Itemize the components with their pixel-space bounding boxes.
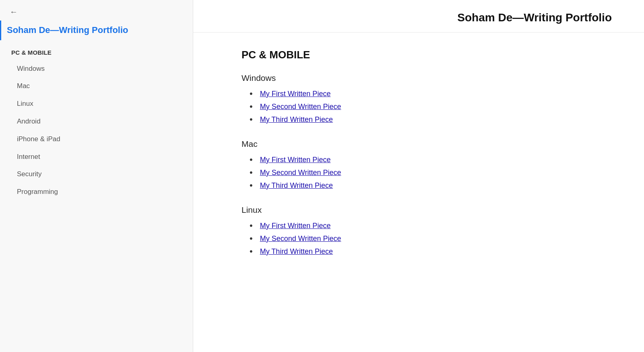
mac-link-1[interactable]: My First Written Piece: [260, 156, 331, 164]
mac-list: My First Written Piece My Second Written…: [242, 155, 596, 190]
sidebar-title-wrapper: Soham De—Writing Portfolio: [0, 21, 193, 40]
list-item: My Third Written Piece: [250, 247, 596, 256]
back-arrow-icon: ←: [10, 7, 18, 16]
sidebar-item-linux[interactable]: Linux: [0, 95, 193, 113]
list-item: My First Written Piece: [250, 155, 596, 164]
main-body: PC & MOBILE Windows My First Written Pie…: [193, 33, 644, 295]
list-item: My Second Written Piece: [250, 234, 596, 243]
sidebar-portfolio-title[interactable]: Soham De—Writing Portfolio: [7, 25, 128, 36]
sidebar-item-mac[interactable]: Mac: [0, 77, 193, 95]
mac-link-2[interactable]: My Second Written Piece: [260, 169, 341, 177]
main-header-title: Soham De—Writing Portfolio: [457, 11, 612, 24]
sidebar-item-security[interactable]: Security: [0, 165, 193, 183]
windows-list: My First Written Piece My Second Written…: [242, 89, 596, 124]
windows-subsection: Windows My First Written Piece My Second…: [242, 73, 596, 124]
linux-link-3[interactable]: My Third Written Piece: [260, 247, 333, 256]
main-header: Soham De—Writing Portfolio: [193, 0, 644, 33]
sidebar-item-internet[interactable]: Internet: [0, 148, 193, 166]
windows-link-3[interactable]: My Third Written Piece: [260, 115, 333, 124]
linux-link-2[interactable]: My Second Written Piece: [260, 235, 341, 243]
mac-subsection: Mac My First Written Piece My Second Wri…: [242, 139, 596, 190]
list-item: My Third Written Piece: [250, 115, 596, 124]
list-item: My Second Written Piece: [250, 168, 596, 177]
list-item: My Third Written Piece: [250, 181, 596, 190]
mac-link-3[interactable]: My Third Written Piece: [260, 181, 333, 190]
windows-link-2[interactable]: My Second Written Piece: [260, 103, 341, 111]
mac-heading: Mac: [242, 139, 596, 149]
sidebar-section-header: PC & MOBILE: [0, 40, 193, 60]
list-item: My Second Written Piece: [250, 102, 596, 111]
main-section-heading: PC & MOBILE: [242, 49, 596, 61]
sidebar-item-android[interactable]: Android: [0, 113, 193, 130]
linux-list: My First Written Piece My Second Written…: [242, 221, 596, 256]
linux-link-1[interactable]: My First Written Piece: [260, 222, 331, 230]
sidebar-item-windows[interactable]: Windows: [0, 60, 193, 78]
list-item: My First Written Piece: [250, 221, 596, 230]
windows-link-1[interactable]: My First Written Piece: [260, 90, 331, 98]
windows-heading: Windows: [242, 73, 596, 83]
back-button[interactable]: ←: [0, 0, 193, 21]
linux-heading: Linux: [242, 205, 596, 215]
sidebar-item-iphone-ipad[interactable]: iPhone & iPad: [0, 130, 193, 148]
linux-subsection: Linux My First Written Piece My Second W…: [242, 205, 596, 256]
sidebar-item-programming[interactable]: Programming: [0, 183, 193, 201]
main-content: Soham De—Writing Portfolio PC & MOBILE W…: [193, 0, 644, 352]
sidebar: ← Soham De—Writing Portfolio PC & MOBILE…: [0, 0, 193, 352]
list-item: My First Written Piece: [250, 89, 596, 98]
